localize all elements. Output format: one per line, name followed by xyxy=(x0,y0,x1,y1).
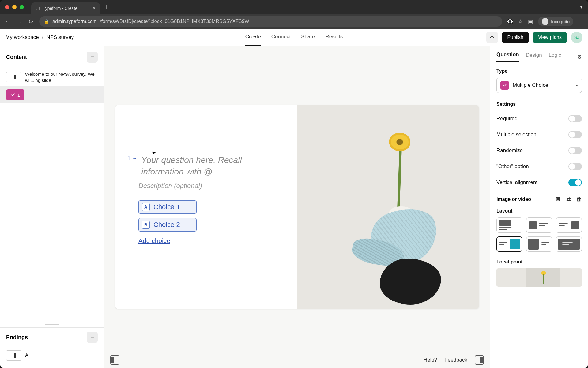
tab-share[interactable]: Share xyxy=(301,29,315,46)
tab-close-icon[interactable]: × xyxy=(93,6,96,11)
ending-a[interactable]: A xyxy=(0,347,104,368)
nav-reload-icon[interactable]: ⟳ xyxy=(28,18,35,25)
panel-tab-logic[interactable]: Logic xyxy=(549,52,561,61)
setting-multiple-selection: Multiple selection xyxy=(496,127,582,143)
tab-results[interactable]: Results xyxy=(326,29,343,46)
toggle-vertical-alignment[interactable] xyxy=(568,179,582,186)
window-min-dot[interactable] xyxy=(12,5,17,9)
question-image[interactable] xyxy=(297,105,479,309)
publish-button[interactable]: Publish xyxy=(502,32,529,43)
feedback-link[interactable]: Feedback xyxy=(444,357,467,363)
type-value: Multiple Choice xyxy=(513,82,572,88)
breadcrumb: My workspace / NPS survey xyxy=(6,34,74,40)
panel-tab-design[interactable]: Design xyxy=(526,52,542,61)
breadcrumb-workspace[interactable]: My workspace xyxy=(6,34,39,40)
toggle-other-option[interactable] xyxy=(568,163,582,170)
setting-vertical-alignment: Vertical alignment xyxy=(496,174,582,190)
slide-thumb-icon xyxy=(6,72,21,82)
top-tabs: Create Connect Share Results xyxy=(245,29,343,46)
nav-forward-icon[interactable]: → xyxy=(16,18,23,25)
breadcrumb-sep: / xyxy=(42,34,43,40)
trash-icon[interactable]: 🗑 xyxy=(576,196,582,203)
layout-section-label: Layout xyxy=(496,208,582,214)
slide-question-1[interactable]: 1 xyxy=(0,86,104,103)
nav-back-icon[interactable]: ← xyxy=(4,18,12,25)
setting-required: Required xyxy=(496,111,582,127)
setting-label: "Other" option xyxy=(496,163,529,170)
add-choice-link[interactable]: Add choice xyxy=(138,237,170,244)
chevron-down-icon: ▾ xyxy=(576,83,578,88)
canvas: ➤ 1 → Your question here. Recall informa… xyxy=(104,46,490,368)
content-title: Content xyxy=(6,54,27,60)
slide-welcome[interactable]: Welcome to our NPSA survey. We wil...ing… xyxy=(0,68,104,86)
choice-label[interactable]: Choice 1 xyxy=(153,203,180,211)
sidebar-resize-handle[interactable] xyxy=(45,324,59,325)
check-icon xyxy=(502,83,507,88)
window-close-dot[interactable] xyxy=(5,5,9,9)
image-icon[interactable]: 🖼 xyxy=(555,196,561,203)
url-field[interactable]: 🔒 admin.typeform.com/form/sWDtsfDj/creat… xyxy=(39,16,502,27)
image-placeholder xyxy=(297,105,479,309)
layout-option-1[interactable] xyxy=(496,217,522,233)
canvas-bottombar: Help? Feedback xyxy=(104,352,490,368)
layout-option-2[interactable] xyxy=(526,217,552,233)
incognito-icon xyxy=(542,18,548,25)
app-topbar: My workspace / NPS survey Create Connect… xyxy=(0,29,588,46)
tracking-off-icon[interactable]: 👁‍🗨 xyxy=(507,18,513,25)
question-title-input[interactable]: Your question here. Recall information w… xyxy=(141,154,285,178)
setting-other-option: "Other" option xyxy=(496,159,582,174)
avatar[interactable]: SJ xyxy=(571,32,582,43)
tab-connect[interactable]: Connect xyxy=(271,29,291,46)
panel-tab-question[interactable]: Question xyxy=(496,52,519,62)
layout-option-4[interactable] xyxy=(496,236,522,252)
adjust-icon[interactable]: ⇄ xyxy=(566,196,571,203)
browser-tab[interactable]: Typeform - Create × xyxy=(31,2,100,14)
add-content-button[interactable]: + xyxy=(87,52,98,63)
browser-menu-icon[interactable]: ⋮ xyxy=(578,18,584,25)
toggle-left-panel-button[interactable] xyxy=(110,355,119,365)
extensions-icon[interactable]: ▣ xyxy=(528,18,533,25)
incognito-badge[interactable]: Incognito xyxy=(538,17,573,26)
ending-letter: A xyxy=(25,353,28,358)
layout-option-5[interactable] xyxy=(526,236,552,252)
window-max-dot[interactable] xyxy=(20,5,24,9)
check-icon xyxy=(11,92,16,97)
question-edit-area[interactable]: ➤ 1 → Your question here. Recall informa… xyxy=(115,105,297,309)
type-badge-icon xyxy=(500,81,509,90)
incognito-label: Incognito xyxy=(551,19,570,24)
question-type-select[interactable]: Multiple Choice ▾ xyxy=(496,78,582,93)
layout-option-6[interactable] xyxy=(556,236,582,252)
gear-icon[interactable]: ⚙ xyxy=(577,53,582,60)
ending-thumb-icon xyxy=(6,350,21,361)
view-plans-button[interactable]: View plans xyxy=(533,32,567,43)
slide-type-badge: 1 xyxy=(6,89,24,100)
slide-welcome-text: Welcome to our NPSA survey. We wil...ing… xyxy=(25,71,98,83)
breadcrumb-form[interactable]: NPS survey xyxy=(46,34,74,40)
tabs-overflow-icon[interactable]: ▾ xyxy=(580,5,582,10)
type-section-label: Type xyxy=(496,68,582,74)
settings-section-label: Settings xyxy=(496,102,582,107)
choice-a[interactable]: A Choice 1 xyxy=(138,200,197,214)
layout-options xyxy=(496,217,582,252)
browser-address-bar: ← → ⟳ 🔒 admin.typeform.com/form/sWDtsfDj… xyxy=(0,14,588,29)
question-description-input[interactable]: Description (optional) xyxy=(138,182,285,190)
focal-point-preview[interactable] xyxy=(496,268,582,287)
toggle-right-panel-button[interactable] xyxy=(475,355,484,365)
tab-create[interactable]: Create xyxy=(245,29,261,46)
add-ending-button[interactable]: + xyxy=(87,332,98,343)
choice-label[interactable]: Choice 2 xyxy=(153,221,180,229)
setting-label: Vertical alignment xyxy=(496,179,537,186)
toggle-multiple-selection[interactable] xyxy=(568,131,582,138)
choice-b[interactable]: B Choice 2 xyxy=(138,218,197,232)
toggle-randomize[interactable] xyxy=(568,147,582,154)
setting-label: Multiple selection xyxy=(496,132,536,138)
media-section: Image or video 🖼 ⇄ 🗑 xyxy=(496,190,582,208)
slide-number: 1 xyxy=(17,92,20,98)
toggle-required[interactable] xyxy=(568,115,582,122)
layout-option-3[interactable] xyxy=(556,217,582,233)
new-tab-button[interactable]: + xyxy=(104,3,108,11)
help-link[interactable]: Help? xyxy=(424,357,437,363)
media-label: Image or video xyxy=(496,197,550,202)
bookmark-star-icon[interactable]: ☆ xyxy=(518,18,523,25)
preview-button[interactable]: 👁 xyxy=(486,32,498,43)
